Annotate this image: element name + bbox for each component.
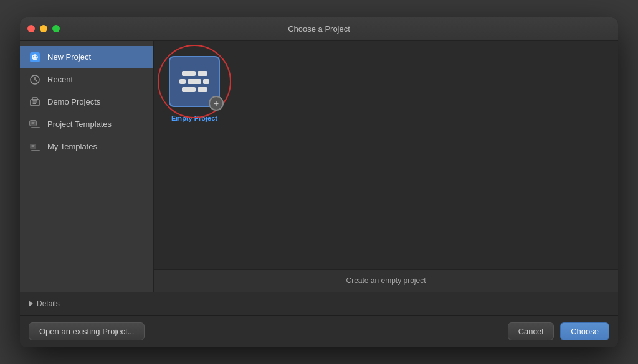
window-controls: [27, 25, 60, 32]
main-content: + Empty Project Create an empty project: [154, 41, 618, 292]
svg-rect-15: [31, 150, 40, 151]
cancel-button[interactable]: Cancel: [508, 322, 554, 340]
svg-rect-3: [33, 57, 37, 58]
brick: [188, 79, 201, 84]
brick: [182, 87, 196, 92]
button-group: Cancel Choose: [508, 322, 609, 340]
sidebar-item-my-templates[interactable]: My Templates: [20, 136, 153, 158]
brick-row-1: [182, 71, 207, 76]
project-grid: + Empty Project: [154, 41, 618, 269]
window-title: Choose a Project: [288, 24, 350, 34]
sidebar-item-new-project[interactable]: New Project: [20, 46, 153, 68]
sidebar-item-recent[interactable]: Recent: [20, 68, 153, 91]
brick: [203, 79, 209, 84]
empty-project-item[interactable]: + Empty Project: [166, 54, 222, 122]
my-templates-icon: [29, 141, 41, 153]
recent-icon: [29, 73, 41, 86]
bottom-section: Details Open an existing Project... Canc…: [20, 292, 618, 347]
project-templates-icon: [29, 118, 41, 131]
sidebar-item-label-my-templates: My Templates: [47, 142, 97, 151]
brick-row-3: [182, 87, 207, 92]
open-existing-button[interactable]: Open an existing Project...: [29, 322, 145, 340]
close-button[interactable]: [27, 25, 35, 32]
sidebar-item-project-templates[interactable]: Project Templates: [20, 113, 153, 136]
brick: [198, 71, 207, 76]
status-bar: Create an empty project: [154, 269, 618, 292]
titlebar: Choose a Project: [20, 17, 618, 41]
new-project-icon: [29, 51, 41, 63]
main-window: Choose a Project New Project: [20, 17, 618, 347]
project-label: Empty Project: [171, 114, 217, 122]
details-label: Details: [37, 299, 60, 308]
sidebar-item-demo-projects[interactable]: Demo Projects: [20, 91, 153, 113]
demo-projects-icon: [29, 96, 41, 108]
sidebar-item-label-new-project: New Project: [47, 52, 91, 62]
details-bar[interactable]: Details: [20, 292, 618, 316]
svg-rect-11: [31, 127, 40, 128]
content-area: New Project Recent: [20, 41, 618, 292]
plus-badge: +: [209, 96, 224, 111]
brick: [182, 71, 196, 76]
brick: [198, 87, 207, 92]
minimize-button[interactable]: [40, 25, 47, 32]
sidebar-item-label-project-templates: Project Templates: [47, 119, 112, 129]
sidebar-item-label-recent: Recent: [47, 75, 73, 84]
project-icon-box: +: [169, 56, 220, 107]
sidebar: New Project Recent: [20, 41, 154, 292]
sidebar-item-label-demo: Demo Projects: [47, 97, 100, 106]
project-icon-wrapper: +: [166, 54, 222, 110]
status-text: Create an empty project: [346, 276, 426, 285]
brick-row-2: [179, 79, 209, 84]
details-toggle[interactable]: Details: [29, 299, 60, 308]
details-triangle-icon: [29, 301, 33, 307]
action-bar: Open an existing Project... Cancel Choos…: [20, 316, 618, 347]
svg-rect-10: [30, 121, 36, 126]
maximize-button[interactable]: [52, 25, 60, 32]
choose-button[interactable]: Choose: [560, 322, 609, 340]
svg-rect-14: [30, 144, 36, 149]
svg-rect-6: [32, 98, 37, 100]
brick: [179, 79, 186, 84]
